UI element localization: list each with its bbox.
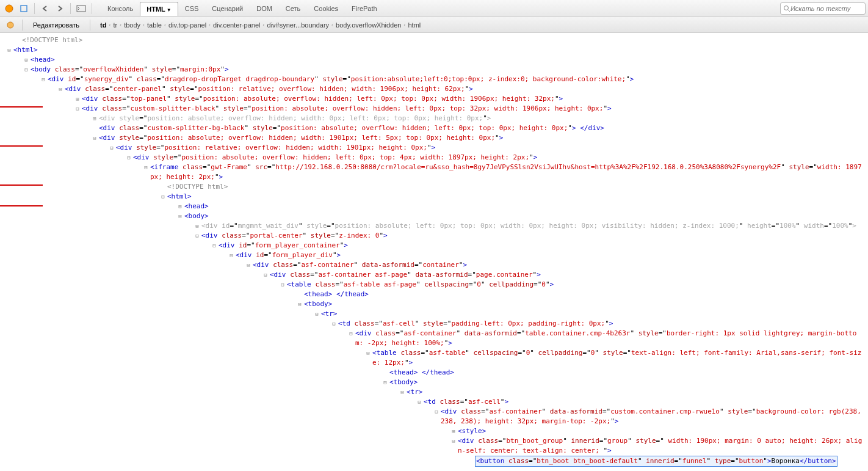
edit-button[interactable]: Редактировать xyxy=(27,19,85,31)
breadcrumb-item[interactable]: div.center-panel xyxy=(213,21,260,29)
tab-сценарий[interactable]: Сценарий xyxy=(205,1,250,15)
twisty-icon[interactable]: ⊟ xyxy=(261,270,270,280)
twisty-icon[interactable]: ⊟ xyxy=(176,211,184,221)
code-line[interactable]: ⊟<tbody> xyxy=(0,378,868,387)
code-line[interactable]: ⊟<div id="form_player_div"> xyxy=(0,250,868,260)
code-line[interactable]: ⊟<div class="center-panel" style="positi… xyxy=(0,84,868,94)
back-icon[interactable] xyxy=(38,2,52,15)
code-line[interactable]: ⊟<div style="position: absolute; overflo… xyxy=(0,133,868,143)
tab-сеть[interactable]: Сеть xyxy=(279,1,307,15)
search-box[interactable] xyxy=(780,2,866,15)
twisty-icon[interactable]: ⊟ xyxy=(90,133,99,143)
breadcrumb-item[interactable]: div.top-panel xyxy=(168,21,206,29)
tab-css[interactable]: CSS xyxy=(178,1,206,15)
tab-html[interactable]: HTML▼ xyxy=(140,2,178,16)
tab-консоль[interactable]: Консоль xyxy=(101,1,140,15)
code-line[interactable]: ⊟<table class="asf-table" cellspacing="0… xyxy=(0,348,868,368)
code-line[interactable]: ⊟<div style="position: absolute; overflo… xyxy=(0,153,868,162)
twisty-icon[interactable]: ⊟ xyxy=(364,348,372,358)
break-icon[interactable] xyxy=(4,18,17,32)
twisty-icon[interactable]: ⊟ xyxy=(432,407,441,417)
forward-icon[interactable] xyxy=(53,2,67,15)
code-line[interactable]: ⊟<div id="form_player_container"> xyxy=(0,241,868,250)
twisty-icon[interactable]: ⊟ xyxy=(244,260,253,270)
twisty-icon[interactable]: ⊟ xyxy=(56,84,65,94)
code-line[interactable]: ⊟<div class="portal-center" style="z-ind… xyxy=(0,231,868,241)
code-line[interactable]: ⊟<div class="asf-container asf-page" dat… xyxy=(0,270,868,280)
code-line[interactable]: ⊞<style> xyxy=(0,426,868,436)
twisty-icon[interactable]: ⊟ xyxy=(330,319,338,329)
breadcrumb-item[interactable]: table xyxy=(147,21,162,29)
code-line[interactable]: ⊟<td class="asf-cell"> xyxy=(0,397,868,407)
code-line[interactable]: ⊟<td class="asf-cell" style="padding-lef… xyxy=(0,319,868,329)
twisty-icon[interactable]: ⊟ xyxy=(398,387,407,397)
twisty-icon[interactable]: ⊟ xyxy=(107,143,116,153)
code-content: <div style="position: absolute; overflow… xyxy=(133,153,537,162)
code-line[interactable]: ⊟<div class="asf-container" data-asformi… xyxy=(0,407,868,426)
code-line[interactable]: ⊟<div class="asf-container" data-asformi… xyxy=(0,329,868,348)
code-line[interactable]: <!DOCTYPE html> xyxy=(0,35,868,45)
tab-firepath[interactable]: FirePath xyxy=(345,1,384,15)
breadcrumb-item[interactable]: html xyxy=(408,21,421,29)
search-input[interactable] xyxy=(790,5,858,12)
code-line[interactable]: <button class="btn_boot btn_boot-default… xyxy=(0,456,868,467)
html-tree-panel[interactable]: <!DOCTYPE html>⊟<html>⊞<head>⊟<body clas… xyxy=(0,33,868,471)
twisty-icon[interactable]: ⊟ xyxy=(142,162,150,172)
twisty-icon[interactable]: ⊟ xyxy=(193,231,201,241)
twisty-icon[interactable]: ⊟ xyxy=(449,436,458,446)
firebug-icon[interactable] xyxy=(2,2,16,15)
twisty-icon[interactable]: ⊟ xyxy=(5,45,13,55)
twisty-icon[interactable]: ⊟ xyxy=(227,250,236,260)
twisty-icon[interactable]: ⊟ xyxy=(210,241,219,250)
code-line[interactable]: ⊞<div style="position: absolute; overflo… xyxy=(0,114,868,123)
code-line[interactable]: ⊟<table class="asf-table asf-page" cells… xyxy=(0,280,868,290)
twisty-icon[interactable]: ⊞ xyxy=(90,114,99,123)
twisty-icon[interactable]: ⊟ xyxy=(159,192,167,202)
code-line[interactable]: ⊟<tbody> xyxy=(0,299,868,309)
twisty-icon[interactable]: ⊞ xyxy=(193,221,201,231)
code-line[interactable]: ⊟<div class="custom-splitter-black" styl… xyxy=(0,104,868,114)
twisty-icon[interactable]: ⊟ xyxy=(39,75,48,84)
code-line[interactable]: <thead> </thead> xyxy=(0,368,868,378)
code-line[interactable]: ⊟<html> xyxy=(0,45,868,55)
twisty-icon[interactable]: ⊟ xyxy=(125,153,133,162)
code-line[interactable]: ⊟<body> xyxy=(0,211,868,221)
breadcrumb-item[interactable]: tr xyxy=(113,21,117,29)
tab-dom[interactable]: DOM xyxy=(250,1,279,15)
breadcrumb-item[interactable]: td xyxy=(100,21,106,29)
twisty-icon[interactable]: ⊟ xyxy=(415,397,424,407)
code-line[interactable]: ⊟<iframe class="gwt-Frame" src="http://1… xyxy=(0,162,868,182)
code-line[interactable]: ⊟<tr> xyxy=(0,309,868,319)
twisty-icon[interactable]: ⊞ xyxy=(22,55,31,65)
code-line[interactable]: ⊞<div class="top-panel" style="position:… xyxy=(0,94,868,104)
console-toggle-icon[interactable] xyxy=(74,2,88,15)
twisty-icon[interactable]: ⊟ xyxy=(73,104,82,114)
code-line[interactable]: ⊞<head> xyxy=(0,202,868,211)
twisty-icon[interactable]: ⊟ xyxy=(347,329,355,338)
twisty-icon[interactable]: ⊞ xyxy=(176,202,184,211)
code-line[interactable]: <!DOCTYPE html> xyxy=(0,182,868,192)
code-line[interactable]: ⊟<tr> xyxy=(0,387,868,397)
code-line[interactable]: <div class="custom-splitter-bg-black" st… xyxy=(0,123,868,133)
code-line[interactable]: <thead> </thead> xyxy=(0,290,868,299)
twisty-icon[interactable]: ⊟ xyxy=(381,378,389,387)
twisty-icon[interactable]: ⊟ xyxy=(313,309,321,319)
code-line[interactable]: ⊟<div style="position: relative; overflo… xyxy=(0,143,868,153)
code-line[interactable]: ⊟<div class="btn_boot_group" innerid="gr… xyxy=(0,436,868,456)
code-line[interactable]: ⊟<html> xyxy=(0,192,868,202)
code-line[interactable]: ⊟<body class="overflowXhidden" style="ma… xyxy=(0,65,868,75)
code-line[interactable]: ⊞<div id="mngmnt_wait_div" style="positi… xyxy=(0,221,868,231)
inspect-icon[interactable] xyxy=(17,2,31,15)
code-line[interactable]: ⊟<div id="synergy_div" class="dragdrop-d… xyxy=(0,75,868,84)
tab-cookies[interactable]: Cookies xyxy=(307,1,345,15)
breadcrumb-item[interactable]: body.overflowXhidden xyxy=(336,21,401,29)
twisty-icon[interactable]: ⊞ xyxy=(449,426,458,436)
twisty-icon[interactable]: ⊟ xyxy=(295,299,304,309)
code-line[interactable]: ⊟<div class="asf-container" data-asformi… xyxy=(0,260,868,270)
twisty-icon[interactable]: ⊟ xyxy=(22,65,31,75)
twisty-icon[interactable]: ⊞ xyxy=(73,94,82,104)
breadcrumb-item[interactable]: tbody xyxy=(124,21,140,29)
twisty-icon[interactable]: ⊟ xyxy=(278,280,287,290)
code-line[interactable]: ⊞<head> xyxy=(0,55,868,65)
breadcrumb-item[interactable]: div#syner...boundary xyxy=(267,21,330,29)
